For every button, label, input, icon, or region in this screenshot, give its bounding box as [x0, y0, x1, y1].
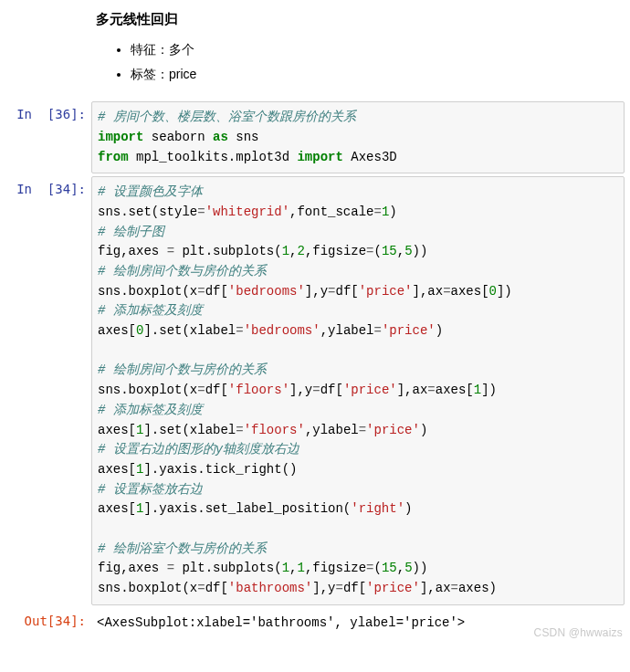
code-token: as — [213, 130, 228, 144]
code-token: = — [197, 581, 205, 595]
code-token: 1 — [282, 561, 289, 575]
code-area[interactable]: # 设置颜色及字体 sns.set(style='whitegrid',font… — [91, 176, 625, 604]
code-token: 'bedrooms' — [228, 284, 305, 299]
code-cell: In [34]:# 设置颜色及字体 sns.set(style='whitegr… — [0, 176, 630, 604]
code-token: # 绘制浴室个数与房价的关系 — [98, 541, 267, 556]
code-token: = — [451, 581, 458, 595]
code-token: 'price' — [359, 284, 413, 299]
code-token: # 设置颜色及字体 — [98, 184, 203, 199]
code-token: = — [197, 205, 205, 219]
watermark: CSDN @hwwaizs — [534, 626, 623, 639]
code-token: = — [335, 581, 342, 595]
code-token: # 设置右边的图形的y轴刻度放右边 — [98, 442, 299, 457]
code-token: = — [373, 323, 381, 338]
code-token: # 设置标签放右边 — [98, 482, 203, 497]
code-token: # 绘制子图 — [98, 225, 164, 239]
code-area[interactable]: # 房间个数、楼层数、浴室个数跟房价的关系 import seaborn as … — [91, 101, 625, 173]
heading-title: 多元线性回归 — [96, 11, 630, 28]
code-token: 0 — [136, 323, 143, 338]
code-token: 'right' — [351, 501, 404, 516]
code-token: import — [297, 150, 342, 164]
code-token: 1 — [136, 462, 143, 477]
code-token: 'floors' — [228, 383, 289, 397]
code-token: = — [167, 561, 174, 575]
code-token: 1 — [136, 423, 143, 437]
code-token: = — [197, 284, 205, 299]
code-token: = — [443, 284, 450, 299]
code-token: = — [427, 383, 435, 397]
code-token: 'price' — [366, 423, 420, 437]
code-token: = — [373, 205, 381, 219]
code-token: 'bathrooms' — [228, 581, 312, 595]
code-token: 2 — [297, 244, 304, 258]
code-token: 1 — [297, 561, 304, 575]
code-token: # 绘制房间个数与房价的关系 — [98, 362, 267, 377]
code-token: = — [359, 423, 366, 437]
code-token: import — [98, 130, 143, 144]
code-token: # 添加标签及刻度 — [98, 303, 203, 318]
code-token: # 添加标签及刻度 — [98, 403, 203, 417]
code-token: 1 — [136, 501, 143, 516]
code-token: 1 — [474, 383, 481, 397]
code-token: 'price' — [382, 323, 436, 338]
code-token: = — [167, 244, 174, 258]
code-token: = — [366, 244, 373, 258]
input-prompt: In [34]: — [0, 176, 91, 196]
code-token: 1 — [282, 244, 289, 258]
code-token: 'bedrooms' — [244, 323, 320, 338]
code-token: # 房间个数、楼层数、浴室个数跟房价的关系 — [98, 110, 356, 124]
code-token: 15 — [382, 561, 397, 575]
code-token: 0 — [489, 284, 497, 299]
code-token: = — [312, 383, 320, 397]
code-cell: In [36]:# 房间个数、楼层数、浴室个数跟房价的关系 import sea… — [0, 101, 630, 173]
list-item: 标签：price — [131, 62, 630, 87]
code-token: 'price' — [366, 581, 420, 595]
code-token: = — [328, 284, 335, 299]
input-prompt: In [36]: — [0, 101, 91, 121]
code-token: 'price' — [343, 383, 397, 397]
list-item: 特征：多个 — [131, 37, 630, 62]
markdown-block: 多元线性回归 特征：多个 标签：price — [96, 0, 630, 99]
code-token: # 绘制房间个数与房价的关系 — [98, 264, 267, 278]
code-token: 1 — [382, 205, 389, 219]
code-token: 'floors' — [244, 423, 305, 437]
code-token: = — [366, 561, 373, 575]
output-prompt: Out[34]: — [0, 608, 91, 628]
bullet-list: 特征：多个 标签：price — [96, 37, 630, 86]
code-token: 5 — [404, 244, 412, 258]
code-token: = — [236, 323, 243, 338]
code-token: = — [197, 383, 205, 397]
code-token: 15 — [382, 244, 397, 258]
code-token: 5 — [404, 561, 412, 575]
code-token: 'whitegrid' — [205, 205, 289, 219]
code-token: from — [98, 150, 129, 164]
code-token: = — [236, 423, 243, 437]
